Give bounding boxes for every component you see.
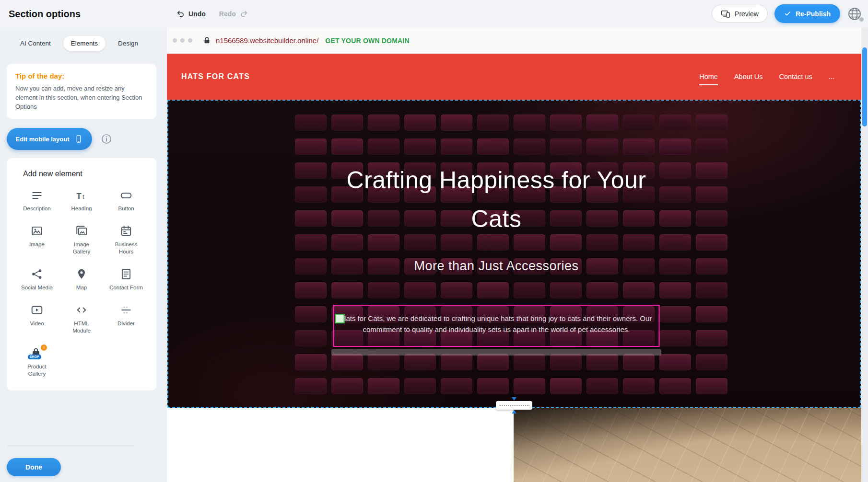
- element-divider[interactable]: Divider: [104, 304, 149, 334]
- redo-icon: [239, 10, 248, 18]
- heading-icon: T t: [75, 189, 88, 202]
- scrollbar-thumb[interactable]: [862, 47, 867, 126]
- hero-body-text: Hats for Cats, we are dedicated to craft…: [334, 306, 659, 335]
- tip-title: Tip of the day:: [15, 72, 148, 80]
- element-heading[interactable]: T t Heading: [59, 189, 104, 212]
- redo-button[interactable]: Redo: [219, 10, 248, 18]
- image-icon: [31, 225, 43, 238]
- map-pin-icon: [75, 268, 88, 281]
- element-drag-handle[interactable]: [335, 314, 345, 323]
- hero-section-selected[interactable]: Crafting Happiness for Your Cats More th…: [167, 100, 861, 408]
- drop-indicator: [331, 349, 661, 356]
- element-map[interactable]: Map: [59, 268, 104, 291]
- site-nav: Home About Us Contact us ...: [699, 73, 834, 80]
- tip-of-the-day-card: Tip of the day: Now you can add, move an…: [7, 64, 156, 119]
- edit-mobile-layout-button[interactable]: Edit mobile layout: [7, 128, 92, 150]
- next-section: [167, 408, 861, 482]
- app: Section options Undo Redo: [0, 0, 868, 482]
- divider-icon: [120, 304, 132, 317]
- undo-icon: [176, 10, 185, 18]
- done-button[interactable]: Done: [7, 458, 61, 476]
- page-title: Section options: [9, 8, 81, 19]
- undo-redo-group: Undo Redo: [176, 0, 248, 27]
- element-grid: Description T t Heading Button: [13, 189, 150, 378]
- site-header: HATS FOR CATS Home About Us Contact us .…: [167, 54, 861, 100]
- republish-label: Re-Publish: [796, 10, 831, 18]
- hero-content: Crafting Happiness for Your Cats More th…: [168, 101, 824, 407]
- info-icon[interactable]: [101, 133, 112, 145]
- section-resize-handle[interactable]: [496, 397, 532, 413]
- resize-grip: [496, 401, 532, 410]
- tip-body: Now you can add, move and resize any ele…: [15, 84, 148, 112]
- business-hours-icon: [120, 225, 132, 238]
- globe-badge: [859, 17, 864, 22]
- undo-label: Undo: [188, 10, 206, 18]
- language-globe-icon[interactable]: [847, 6, 862, 22]
- element-video[interactable]: Video: [15, 304, 59, 334]
- undo-button[interactable]: Undo: [176, 10, 206, 18]
- sidebar-tabs: AI Content Elements Design: [12, 36, 146, 51]
- add-new-element-panel: Add new element Description T t H: [7, 158, 156, 390]
- tab-design[interactable]: Design: [110, 36, 146, 51]
- sidebar: AI Content Elements Design Tip of the da…: [0, 27, 167, 482]
- window-dots: [173, 38, 192, 43]
- browser-chrome-bar: n1566589.websitebuilder.online/ GET YOUR…: [167, 27, 861, 54]
- contact-form-icon: [120, 268, 132, 281]
- preview-button[interactable]: Preview: [712, 5, 768, 23]
- resize-arrow-down-icon: [512, 397, 516, 401]
- redo-label: Redo: [219, 10, 236, 18]
- html-module-icon: [75, 304, 88, 317]
- element-social-media[interactable]: Social Media: [15, 268, 59, 291]
- svg-text:t: t: [82, 193, 84, 200]
- hero-subheadline[interactable]: More than Just Accessories: [168, 259, 824, 274]
- image-gallery-icon: [75, 225, 88, 238]
- scrollbar-track: [861, 27, 868, 482]
- element-html-module[interactable]: HTML Module: [59, 304, 104, 334]
- nav-contact-us[interactable]: Contact us: [779, 73, 812, 80]
- topbar-actions: Preview Re-Publish: [712, 0, 862, 27]
- pavement-photo: [514, 408, 861, 482]
- text-element-selected[interactable]: Hats for Cats, we are dedicated to craft…: [333, 305, 660, 347]
- video-icon: [31, 304, 43, 317]
- element-product-gallery[interactable]: SHOP ↑ Product Gallery: [15, 347, 59, 378]
- tab-elements[interactable]: Elements: [63, 36, 106, 51]
- element-image[interactable]: Image: [15, 225, 59, 255]
- topbar: Section options Undo Redo: [0, 0, 868, 27]
- add-element-title: Add new element: [23, 170, 150, 178]
- shop-badge: SHOP: [28, 355, 41, 359]
- nav-more[interactable]: ...: [829, 73, 834, 80]
- button-icon: [120, 189, 132, 202]
- description-icon: [31, 189, 43, 202]
- svg-text:T: T: [76, 191, 82, 200]
- edit-mobile-label: Edit mobile layout: [16, 136, 70, 143]
- upgrade-badge: ↑: [41, 344, 47, 351]
- check-icon: [784, 10, 791, 17]
- site-canvas: n1566589.websitebuilder.online/ GET YOUR…: [167, 27, 861, 482]
- site-url: n1566589.websitebuilder.online/: [216, 36, 318, 45]
- element-button[interactable]: Button: [104, 189, 149, 212]
- get-your-own-domain-link[interactable]: GET YOUR OWN DOMAIN: [325, 37, 409, 45]
- hero-headline[interactable]: Crafting Happiness for Your Cats: [343, 161, 650, 239]
- site-logo[interactable]: HATS FOR CATS: [181, 72, 250, 81]
- republish-button[interactable]: Re-Publish: [774, 4, 840, 23]
- sidebar-divider: [7, 446, 134, 446]
- preview-label: Preview: [735, 10, 759, 18]
- product-gallery-icon: SHOP ↑: [30, 347, 44, 360]
- resize-arrow-up-icon: [512, 410, 516, 413]
- devices-icon: [721, 9, 730, 19]
- nav-home[interactable]: Home: [699, 73, 718, 80]
- tab-ai-content[interactable]: AI Content: [12, 36, 59, 51]
- nav-about-us[interactable]: About Us: [734, 73, 763, 80]
- phone-icon: [74, 135, 83, 143]
- lock-icon: [203, 36, 211, 45]
- element-business-hours[interactable]: Business Hours: [104, 225, 149, 255]
- element-description[interactable]: Description: [15, 189, 59, 212]
- element-image-gallery[interactable]: Image Gallery: [59, 225, 104, 255]
- social-media-icon: [31, 268, 43, 281]
- element-contact-form[interactable]: Contact Form: [104, 268, 149, 291]
